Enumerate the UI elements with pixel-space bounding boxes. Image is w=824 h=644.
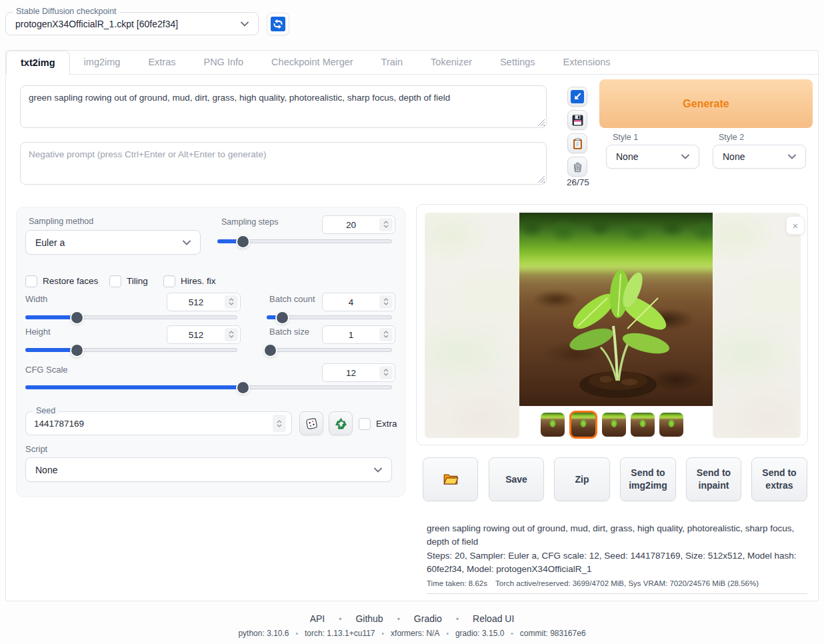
stepper-arrows[interactable]	[379, 366, 393, 380]
delete-style-button[interactable]	[567, 157, 587, 177]
gradio-version: gradio: 3.15.0	[439, 629, 504, 638]
thumbnail-4[interactable]	[631, 413, 655, 437]
clipboard-icon	[571, 137, 584, 150]
tab-extras[interactable]: Extras	[134, 51, 189, 74]
footer-link-reload-ui[interactable]: Reload UI	[473, 613, 514, 624]
thumbnail-3[interactable]	[602, 413, 626, 437]
folder-icon	[442, 471, 459, 488]
token-counter: 26/75	[562, 177, 594, 187]
checkpoint-value: protogenX34OfficialR_1.ckpt [60fe2f34]	[15, 19, 178, 29]
floppy-disk-icon	[571, 114, 584, 127]
script-value: None	[35, 465, 57, 475]
open-folder-button[interactable]	[423, 457, 478, 501]
send-to-img2img-button[interactable]: Send to img2img	[620, 457, 676, 501]
width-slider[interactable]	[25, 312, 237, 323]
width-input[interactable]: 512	[167, 293, 241, 311]
style1-select[interactable]: None	[606, 145, 699, 169]
stepper-arrows[interactable]	[225, 295, 238, 309]
random-seed-button[interactable]	[299, 411, 323, 435]
cfg-scale-slider[interactable]	[25, 382, 392, 393]
sampling-steps-input[interactable]: 20	[322, 215, 395, 234]
torch-version: torch: 1.13.1+cu117	[289, 629, 375, 638]
time-taken: Time taken: 8.62s	[427, 579, 487, 587]
style2-label: Style 2	[719, 133, 744, 142]
generated-image[interactable]	[519, 213, 713, 406]
restore-faces-option[interactable]: Restore faces	[25, 275, 98, 287]
generate-button[interactable]: Generate	[599, 79, 813, 128]
style1-value: None	[616, 151, 638, 162]
footer-link-gradio[interactable]: Gradio	[414, 613, 442, 624]
hires-fix-label: Hires. fix	[181, 276, 216, 286]
thumbnail-2-selected[interactable]	[569, 411, 597, 439]
tiling-option[interactable]: Tiling	[109, 275, 148, 287]
tab-settings[interactable]: Settings	[486, 51, 549, 74]
python-version: python: 3.10.6	[238, 629, 289, 638]
vram-stats: Torch active/reserved: 3699/4702 MiB, Sy…	[495, 579, 759, 587]
width-label: Width	[25, 294, 47, 304]
batch-count-slider[interactable]	[267, 312, 392, 323]
height-slider[interactable]	[25, 345, 237, 355]
seed-label: Seed	[33, 406, 59, 415]
reuse-seed-button[interactable]	[329, 411, 353, 435]
apply-style-button[interactable]	[567, 133, 587, 153]
script-select[interactable]: None	[25, 457, 392, 482]
close-gallery-button[interactable]: ×	[786, 216, 805, 235]
script-label: Script	[25, 444, 47, 454]
gallery-backdrop-left	[425, 213, 519, 438]
restore-faces-checkbox[interactable]	[25, 275, 37, 287]
negative-prompt-input[interactable]	[20, 142, 547, 185]
batch-count-input[interactable]: 4	[322, 293, 395, 311]
thumbnail-1[interactable]	[541, 413, 565, 437]
checkpoint-select[interactable]: Stable Diffusion checkpoint protogenX34O…	[5, 12, 259, 35]
zip-button[interactable]: Zip	[554, 457, 610, 501]
footer-link-api[interactable]: API	[310, 613, 325, 624]
height-input[interactable]: 512	[167, 325, 241, 344]
read-generation-params-button[interactable]	[567, 87, 587, 107]
checkpoint-label: Stable Diffusion checkpoint	[13, 7, 120, 16]
commit-hash: commit: 983167e6	[504, 629, 585, 638]
batch-count-label: Batch count	[269, 294, 315, 304]
batch-size-slider[interactable]	[267, 345, 392, 355]
cfg-scale-input[interactable]: 12	[322, 363, 395, 382]
tab-png-info[interactable]: PNG Info	[189, 51, 257, 74]
tab-checkpoint-merger[interactable]: Checkpoint Merger	[257, 51, 367, 74]
send-to-inpaint-button[interactable]: Send to inpaint	[686, 457, 741, 501]
batch-size-value: 1	[323, 330, 379, 340]
sampling-method-select[interactable]: Euler a	[25, 230, 201, 255]
tab-train[interactable]: Train	[367, 51, 417, 74]
save-style-button[interactable]	[567, 110, 587, 130]
prompt-input[interactable]: green sapling rowing out of ground, mud,…	[20, 85, 547, 128]
sampling-steps-slider[interactable]	[217, 236, 392, 247]
send-to-img2img-label: Send to img2img	[627, 467, 669, 492]
tab-tokenizer[interactable]: Tokenizer	[417, 51, 486, 74]
tiling-checkbox[interactable]	[109, 275, 121, 287]
tab-extensions[interactable]: Extensions	[549, 51, 625, 74]
save-button[interactable]: Save	[489, 457, 544, 501]
send-to-extras-label: Send to extras	[759, 467, 800, 492]
stepper-arrows[interactable]	[225, 328, 238, 342]
stepper-arrows[interactable]	[379, 328, 393, 342]
extra-seed-option[interactable]: Extra	[359, 417, 397, 430]
restore-faces-label: Restore faces	[43, 276, 98, 286]
generate-label: Generate	[683, 98, 729, 110]
footer-link-github[interactable]: Github	[355, 613, 383, 624]
seed-input[interactable]: Seed 1441787169	[25, 411, 292, 435]
send-to-extras-button[interactable]: Send to extras	[751, 457, 807, 501]
batch-size-input[interactable]: 1	[322, 325, 395, 344]
refresh-checkpoint-button[interactable]	[267, 13, 289, 35]
hires-fix-checkbox[interactable]	[163, 275, 175, 287]
info-params-text: Steps: 20, Sampler: Euler a, CFG scale: …	[427, 549, 807, 577]
footer-versions: python: 3.10.6 torch: 1.13.1+cu117 xform…	[0, 629, 824, 638]
tab-txt2img[interactable]: txt2img	[6, 51, 70, 75]
stepper-arrows[interactable]	[379, 218, 393, 232]
stepper-arrows[interactable]	[379, 295, 393, 309]
tab-img2img[interactable]: img2img	[70, 51, 135, 74]
sampling-steps-label: Sampling steps	[221, 217, 278, 227]
dice-icon	[305, 417, 319, 431]
chevron-down-icon	[788, 154, 796, 159]
style2-select[interactable]: None	[713, 145, 806, 169]
stepper-arrows[interactable]	[273, 415, 286, 432]
extra-checkbox[interactable]	[359, 418, 371, 430]
hires-fix-option[interactable]: Hires. fix	[163, 275, 216, 287]
thumbnail-5[interactable]	[659, 413, 683, 437]
